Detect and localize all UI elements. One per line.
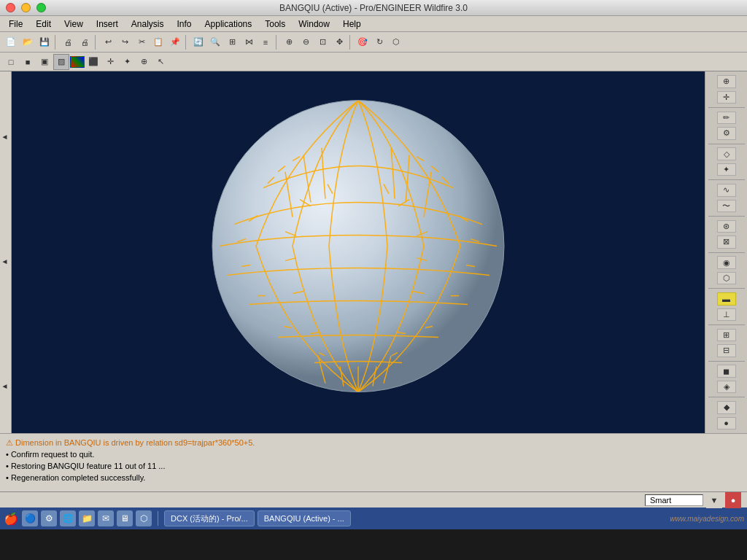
rt-feature[interactable]: ⚙ <box>717 127 736 140</box>
tb-wireframe[interactable]: ▣ <box>36 54 53 70</box>
rt-yellow1[interactable]: ▬ <box>717 292 736 306</box>
left-arrow-bot[interactable]: ◄ <box>1 382 10 390</box>
tb-orient[interactable]: 🎯 <box>355 34 371 50</box>
rt-axis[interactable]: ✦ <box>717 163 736 176</box>
tb-shade-active[interactable]: ▨ <box>53 54 69 70</box>
rt-extra1[interactable]: ◆ <box>717 401 736 414</box>
sphere-model <box>205 93 511 400</box>
tb-sketch[interactable]: □ <box>3 54 19 70</box>
rt-solid1[interactable]: ◉ <box>717 256 736 269</box>
menu-applications[interactable]: Applications <box>199 18 258 31</box>
tb-solid[interactable]: ■ <box>20 54 36 70</box>
msg-quit: Confirm request to quit. <box>11 450 94 459</box>
maximize-button[interactable] <box>36 3 46 12</box>
menu-window[interactable]: Window <box>293 18 336 31</box>
taskbar-dcx-btn[interactable]: DCX (活动的) - Pro/... <box>164 510 255 526</box>
left-arrow-top[interactable]: ◄ <box>1 133 10 141</box>
tb-datum-csys[interactable]: ⊕ <box>136 54 152 70</box>
tb-zoom-out[interactable]: ⊖ <box>298 34 314 50</box>
tb-sep1 <box>55 35 58 50</box>
tb-save[interactable]: 💾 <box>36 34 53 50</box>
msg-line3: • Restoring BANGQIU feature 11 out of 11… <box>6 460 741 472</box>
tb-icon2[interactable]: 🌐 <box>60 510 76 526</box>
tb-icon3[interactable]: 📁 <box>79 510 95 526</box>
msg-restore: Restoring BANGQIU feature 11 out of 11 .… <box>11 462 166 470</box>
smart-select-status: Smart <box>645 494 703 506</box>
rt-light[interactable]: ◈ <box>717 381 736 394</box>
tb-pan[interactable]: ✥ <box>331 34 347 50</box>
left-arrow-mid[interactable]: ◄ <box>1 257 10 265</box>
rt-measure[interactable]: ⊥ <box>717 308 736 322</box>
tb-search[interactable]: 🔍 <box>207 34 223 50</box>
close-button[interactable] <box>6 3 15 12</box>
tb-zoom-in[interactable]: ⊕ <box>281 34 297 50</box>
rt-mesh2[interactable]: ⊟ <box>717 344 736 357</box>
title-bar: BANGQIU (Active) - Pro/ENGINEER Wildfire… <box>0 0 747 16</box>
minimize-button[interactable] <box>21 3 31 12</box>
tb-icon6[interactable]: ⬡ <box>136 510 152 526</box>
tb-undo[interactable]: ↩ <box>100 34 116 50</box>
finder-icon[interactable]: 🔵 <box>22 510 38 526</box>
tb-icon1[interactable]: ⚙ <box>41 510 57 526</box>
tb-cut[interactable]: ✂ <box>133 34 150 50</box>
tb-copy[interactable]: 📋 <box>150 34 166 50</box>
menu-help[interactable]: Help <box>337 18 367 31</box>
window-title: BANGQIU (Active) - Pro/ENGINEER Wildfire… <box>279 3 468 13</box>
bullet-icon-1: • <box>6 450 9 459</box>
menu-insert[interactable]: Insert <box>90 18 124 31</box>
tb-open[interactable]: 📂 <box>20 34 36 50</box>
menu-analysis[interactable]: Analysis <box>125 18 170 31</box>
tb-spin[interactable]: ↻ <box>371 34 387 50</box>
tb-color[interactable] <box>70 56 85 68</box>
taskbar-divider <box>158 511 158 526</box>
3d-viewport[interactable] <box>12 71 705 433</box>
menu-edit[interactable]: Edit <box>30 18 57 31</box>
rt-plane[interactable]: ◇ <box>717 147 736 160</box>
rt-curve1[interactable]: ∿ <box>717 184 736 197</box>
tb-view3d[interactable]: ⬡ <box>388 34 404 50</box>
rt-solid2[interactable]: ⬡ <box>717 272 736 285</box>
tb-print2[interactable]: 🖨 <box>77 34 93 50</box>
tb-sep5 <box>349 35 352 50</box>
tb-zoom-fit[interactable]: ⊡ <box>314 34 330 50</box>
status-config-btn[interactable]: ● <box>725 492 741 508</box>
rt-select-mode[interactable]: ⊕ <box>717 75 736 88</box>
tb-icon4[interactable]: ✉ <box>98 510 114 526</box>
toolbar-main: 📄 📂 💾 🖨 🖨 ↩ ↪ ✂ 📋 📌 🔄 🔍 ⊞ ⋈ ≡ ⊕ ⊖ ⊡ ✥ 🎯 … <box>0 32 747 52</box>
bullet-icon-2: • <box>6 462 9 470</box>
rt-extra2[interactable]: ● <box>717 417 736 430</box>
rt-surface1[interactable]: ⊛ <box>717 220 736 233</box>
tb-paste[interactable]: 📌 <box>167 34 183 50</box>
rt-sep4 <box>708 216 745 217</box>
menu-tools[interactable]: Tools <box>259 18 291 31</box>
tb-datum-planes[interactable]: ⬛ <box>85 54 101 70</box>
rt-curve2[interactable]: 〜 <box>717 200 736 213</box>
menu-file[interactable]: File <box>3 18 28 31</box>
tb-datum-points[interactable]: ✦ <box>119 54 135 70</box>
rt-sep2 <box>708 144 745 144</box>
menu-info[interactable]: Info <box>171 18 198 31</box>
tb-datum-axes[interactable]: ✛ <box>102 54 118 70</box>
rt-sep7 <box>708 324 745 325</box>
menu-view[interactable]: View <box>58 18 89 31</box>
rt-move[interactable]: ✛ <box>717 91 736 104</box>
status-arrow-btn[interactable]: ▼ <box>706 492 722 508</box>
tb-regen[interactable]: 🔄 <box>190 34 206 50</box>
tb-redo[interactable]: ↪ <box>117 34 133 50</box>
taskbar-bangqiu-btn[interactable]: BANGQIU (Active) - ... <box>258 510 351 526</box>
rt-edit[interactable]: ✏ <box>717 112 736 125</box>
apple-menu-btn[interactable]: 🍎 <box>3 510 19 526</box>
tb-new[interactable]: 📄 <box>3 34 19 50</box>
tb-layers[interactable]: ⊞ <box>224 34 240 50</box>
tb-print[interactable]: 🖨 <box>60 34 76 50</box>
tb-icon5[interactable]: 🖥 <box>117 510 133 526</box>
tb-sep2 <box>95 35 98 50</box>
rt-surface2[interactable]: ⊠ <box>717 236 736 249</box>
rt-shade[interactable]: ◼ <box>717 365 736 378</box>
tb-select[interactable]: ↖ <box>152 54 169 70</box>
msg-line4: • Regeneration completed successfully. <box>6 472 741 483</box>
tb-relations[interactable]: ⋈ <box>241 34 257 50</box>
tb-params[interactable]: ≡ <box>258 34 274 50</box>
msg-warning: Dimension in BANGQIU is driven by relati… <box>15 438 255 447</box>
rt-mesh[interactable]: ⊞ <box>717 329 736 342</box>
